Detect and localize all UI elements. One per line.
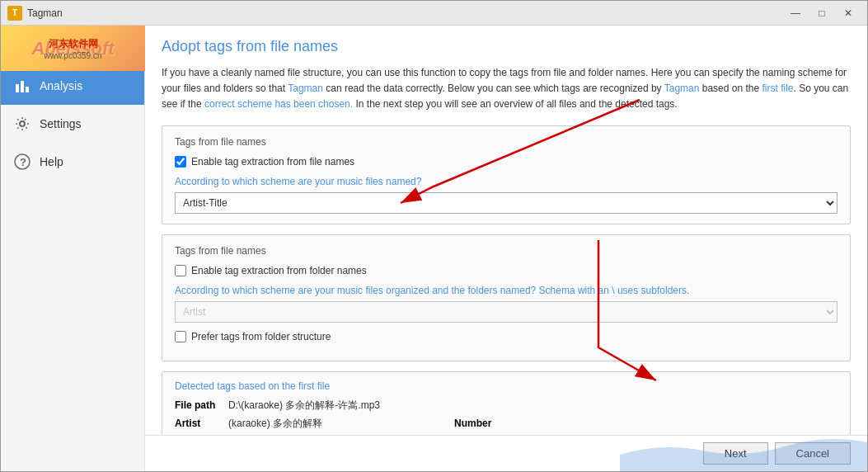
page-title: Adopt tags from file names — [162, 38, 851, 55]
detected-section: Detected tags based on the first file Fi… — [162, 371, 851, 435]
content-area: Abelssoft 河东软件网 www.pc0359.cn Analysis — [1, 26, 867, 471]
svg-rect-1 — [21, 81, 24, 92]
title-bar: T Tagman — □ ✕ — [1, 1, 867, 26]
folder-scheme-select[interactable]: Artist Album Artist\Album — [175, 301, 838, 323]
title-bar-left: T Tagman — [7, 6, 63, 21]
section1-title: Tags from file names — [175, 136, 838, 148]
extract-filenames-row: Enable tag extraction from file names — [175, 156, 838, 168]
scheme-select[interactable]: Artist-Title Title-Artist Artist - Title… — [175, 192, 838, 214]
maximize-button[interactable]: □ — [809, 4, 834, 22]
extract-filenames-label: Enable tag extraction from file names — [191, 156, 354, 168]
sidebar-item-help-label: Help — [40, 155, 63, 168]
close-button[interactable]: ✕ — [836, 4, 861, 22]
sidebar-item-settings[interactable]: Settings — [1, 105, 144, 143]
sidebar-item-analysis-label: Analysis — [40, 79, 82, 92]
extract-filenames-checkbox[interactable] — [175, 156, 186, 168]
minimize-button[interactable]: — — [783, 4, 808, 22]
section-file-names: Tags from file names Enable tag extracti… — [162, 125, 851, 224]
file-path-row: File path D:\(karaoke) 多余的解释-许嵩.mp3 — [175, 399, 838, 413]
watermark-line2: www.pc0359.cn — [44, 51, 101, 60]
svg-text:?: ? — [20, 156, 26, 168]
number-label: Number — [454, 418, 491, 429]
prefer-folder-checkbox[interactable] — [175, 331, 186, 342]
main-content: Adopt tags from file names If you have a… — [145, 26, 867, 435]
chart-icon — [13, 77, 31, 95]
watermark-line1: 河东软件网 — [49, 37, 98, 51]
prefer-folder-label: Prefer tags from folder structure — [191, 331, 331, 342]
intro-paragraph: If you have a cleanly named file structu… — [162, 65, 851, 113]
file-path-label: File path — [175, 399, 220, 411]
question-icon: ? — [13, 153, 31, 171]
cancel-button[interactable]: Cancel — [775, 442, 851, 465]
extract-foldernames-label: Enable tag extraction from folder names — [191, 265, 367, 276]
window-title: Tagman — [27, 7, 63, 19]
bottom-bar: Next Cancel — [145, 435, 867, 471]
gear-icon — [13, 115, 31, 133]
next-button[interactable]: Next — [703, 442, 768, 465]
scheme-question-label: According to which scheme are your music… — [175, 176, 838, 187]
main-panel: Adopt tags from file names If you have a… — [145, 26, 867, 471]
artist-value: (karaoke) 多余的解释 — [228, 417, 322, 431]
section2-title: Tags from file names — [175, 245, 838, 257]
title-bar-controls: — □ ✕ — [783, 4, 861, 22]
sidebar-item-help[interactable]: ? Help — [1, 143, 144, 181]
scheme-dropdown-row: Artist-Title Title-Artist Artist - Title… — [175, 192, 838, 214]
section-folder-names: Tags from file names Enable tag extracti… — [162, 234, 851, 361]
svg-point-3 — [20, 121, 25, 126]
file-path-value: D:\(karaoke) 多余的解释-许嵩.mp3 — [228, 399, 380, 413]
extract-foldernames-checkbox[interactable] — [175, 265, 186, 276]
extract-foldernames-row: Enable tag extraction from folder names — [175, 265, 838, 276]
sidebar: Abelssoft 河东软件网 www.pc0359.cn Analysis — [1, 26, 145, 471]
watermark: 河东软件网 www.pc0359.cn — [1, 26, 145, 71]
main-window: T Tagman — □ ✕ Abelssoft 河东软件网 www.pc035… — [0, 0, 868, 472]
prefer-folder-row: Prefer tags from folder structure — [175, 331, 838, 342]
folder-scheme-question-label: According to which scheme are your music… — [175, 285, 838, 296]
folder-scheme-dropdown-row: Artist Album Artist\Album — [175, 301, 838, 323]
sidebar-item-analysis[interactable]: Analysis — [1, 67, 144, 105]
app-icon: T — [7, 6, 22, 21]
sidebar-item-settings-label: Settings — [40, 117, 82, 130]
detected-title: Detected tags based on the first file — [175, 380, 838, 392]
artist-label: Artist — [175, 418, 220, 429]
artist-row: Artist (karaoke) 多余的解释 Number — [175, 417, 838, 431]
svg-rect-0 — [16, 84, 19, 92]
svg-rect-2 — [26, 87, 29, 92]
